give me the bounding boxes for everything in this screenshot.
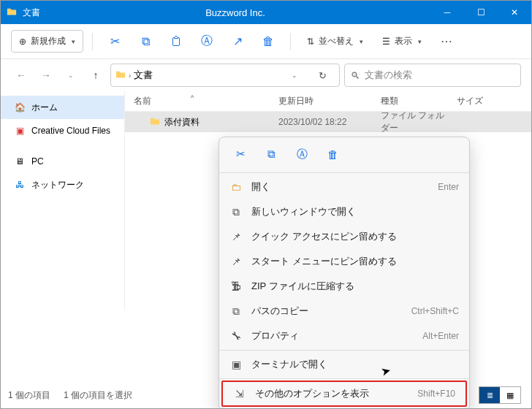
delete-button[interactable]: 🗑︎ <box>255 28 281 55</box>
column-type[interactable]: 種類 <box>372 91 448 111</box>
search-placeholder: 文書の検索 <box>365 69 412 82</box>
view-button[interactable]: ☰ 表示 ▾ <box>375 31 429 52</box>
home-icon: 🏠 <box>14 102 26 112</box>
sidebar-item-pc[interactable]: 🖥︎ PC <box>1 150 124 173</box>
ctx-copy-path[interactable]: ⧉ パスのコピー Ctrl+Shift+C <box>219 299 469 324</box>
cut-button[interactable]: ✂ <box>229 143 251 165</box>
breadcrumb[interactable]: 文書 <box>134 69 153 82</box>
item-count: 1 個の項目 <box>8 389 50 402</box>
share-button[interactable]: ↗ <box>224 28 251 55</box>
pin-icon: 📌︎ <box>229 231 243 242</box>
rename-button[interactable]: Ⓐ <box>291 143 313 165</box>
minimize-button[interactable]: ─ <box>430 1 464 24</box>
view-mode-switch[interactable]: ≣ ▦ <box>479 386 521 404</box>
cut-button[interactable]: ✂ <box>102 28 128 55</box>
folder-open-icon: 🗀 <box>229 181 243 193</box>
ctx-pin-quick-access[interactable]: 📌︎ クイック アクセスにピン留めする <box>219 224 469 249</box>
column-name[interactable]: 名前 <box>125 91 270 111</box>
refresh-button[interactable]: ↻ <box>310 70 335 81</box>
separator <box>290 33 291 50</box>
sort-icon: ⇅ <box>307 37 314 47</box>
sidebar-item-creative-cloud[interactable]: ▣ Creative Cloud Files <box>1 119 124 142</box>
ctx-show-more-options[interactable]: ⇲ その他のオプションを表示 Shift+F10 <box>221 381 467 407</box>
chevron-right-icon: › <box>129 72 131 80</box>
paste-button[interactable]: 📋︎ <box>163 28 189 55</box>
list-icon: ☰ <box>382 37 390 47</box>
sort-label: 並べ替え <box>319 35 354 47</box>
brand-label: Buzzword Inc. <box>40 7 430 18</box>
sidebar-item-label: PC <box>31 156 44 167</box>
sidebar-item-network[interactable]: 🖧 ネットワーク <box>1 173 124 196</box>
sidebar: 🏠 ホーム ▣ Creative Cloud Files 🖥︎ PC 🖧 ネット… <box>1 91 125 310</box>
folder-icon <box>150 116 160 129</box>
more-options-icon: ⇲ <box>233 388 246 400</box>
context-menu: ✂ ⧉ Ⓐ 🗑︎ 🗀 開く Enter ⧉ 新しいウィンドウで開く 📌︎ クイッ… <box>218 137 470 409</box>
back-button[interactable]: ← <box>11 65 31 85</box>
maximize-button[interactable]: ☐ <box>464 1 498 24</box>
zip-icon: 🗜︎ <box>229 280 243 292</box>
file-type: ファイル フォルダー <box>372 110 448 134</box>
ctx-compress-zip[interactable]: 🗜︎ ZIP ファイルに圧縮する <box>219 274 469 299</box>
chevron-down-icon: ▾ <box>72 38 75 45</box>
file-date: 2023/10/02 18:22 <box>270 117 372 127</box>
status-bar: 1 個の項目 1 個の項目を選択 <box>8 386 132 404</box>
ctx-properties[interactable]: 🔧︎ プロパティ Alt+Enter <box>219 324 469 348</box>
separator <box>219 378 469 379</box>
column-date[interactable]: 更新日時 <box>270 91 372 111</box>
toolbar: ⊕ 新規作成 ▾ ✂ ⧉ 📋︎ Ⓐ ↗ 🗑︎ ⇅ 並べ替え ▾ ☰ 表示 ▾ ⋯ <box>1 24 531 59</box>
ctx-open-new-window[interactable]: ⧉ 新しいウィンドウで開く <box>219 199 469 224</box>
column-size[interactable]: サイズ <box>448 91 531 111</box>
view-label: 表示 <box>395 35 412 47</box>
recent-button[interactable]: ⌄ <box>61 65 81 85</box>
details-view-button[interactable]: ≣ <box>479 387 500 403</box>
separator <box>219 350 469 351</box>
copy-path-icon: ⧉ <box>229 305 243 318</box>
sidebar-item-label: Creative Cloud Files <box>31 126 110 136</box>
column-headers: ^ 名前 更新日時 種類 サイズ <box>125 91 531 112</box>
properties-icon: 🔧︎ <box>229 330 243 342</box>
sidebar-item-label: ホーム <box>31 102 58 114</box>
pc-icon: 🖥︎ <box>14 156 26 167</box>
more-button[interactable]: ⋯ <box>433 28 460 55</box>
delete-button[interactable]: 🗑︎ <box>322 143 343 165</box>
chevron-down-icon: ▾ <box>418 38 422 45</box>
rename-button[interactable]: Ⓐ <box>194 28 220 55</box>
separator <box>219 172 469 173</box>
title-bar: 文書 Buzzword Inc. ─ ☐ ✕ <box>1 1 531 24</box>
terminal-icon: ▣ <box>229 359 243 370</box>
selection-count: 1 個の項目を選択 <box>64 389 132 402</box>
folder-icon <box>7 7 17 19</box>
ctx-open-terminal[interactable]: ▣ ターミナルで開く <box>219 352 469 377</box>
thumbnails-view-button[interactable]: ▦ <box>500 387 520 403</box>
close-button[interactable]: ✕ <box>498 1 531 24</box>
window-title: 文書 <box>23 7 40 19</box>
file-name: 添付資料 <box>164 116 200 129</box>
sort-indicator-icon: ^ <box>191 94 194 102</box>
sort-button[interactable]: ⇅ 並べ替え ▾ <box>300 31 370 52</box>
search-input[interactable]: 🔍︎ 文書の検索 <box>344 64 521 87</box>
navigation-row: ← → ⌄ ↑ › 文書 ⌄ ↻ 🔍︎ 文書の検索 <box>1 59 531 91</box>
ctx-pin-start[interactable]: 📌︎ スタート メニューにピン留めする <box>219 249 469 274</box>
pin-icon: 📌︎ <box>229 256 243 267</box>
new-window-icon: ⧉ <box>229 206 243 218</box>
context-icon-row: ✂ ⧉ Ⓐ 🗑︎ <box>219 137 469 171</box>
forward-button[interactable]: → <box>36 65 56 85</box>
plus-icon: ⊕ <box>19 37 26 47</box>
sidebar-item-home[interactable]: 🏠 ホーム <box>1 96 124 119</box>
search-icon: 🔍︎ <box>351 70 360 81</box>
up-button[interactable]: ↑ <box>86 65 106 85</box>
dropdown-button[interactable]: ⌄ <box>282 72 307 79</box>
copy-button[interactable]: ⧉ <box>260 143 282 165</box>
separator <box>92 33 93 50</box>
table-row[interactable]: 添付資料 2023/10/02 18:22 ファイル フォルダー <box>125 112 531 132</box>
address-bar[interactable]: › 文書 ⌄ ↻ <box>110 64 340 87</box>
folder-icon <box>115 69 126 82</box>
new-label: 新規作成 <box>31 35 66 47</box>
ctx-open[interactable]: 🗀 開く Enter <box>219 175 469 199</box>
new-button[interactable]: ⊕ 新規作成 ▾ <box>11 30 83 53</box>
sidebar-item-label: ネットワーク <box>31 179 84 191</box>
copy-button[interactable]: ⧉ <box>132 28 159 55</box>
folder-icon: ▣ <box>14 126 26 136</box>
chevron-down-icon: ▾ <box>360 38 363 45</box>
network-icon: 🖧 <box>14 180 26 190</box>
